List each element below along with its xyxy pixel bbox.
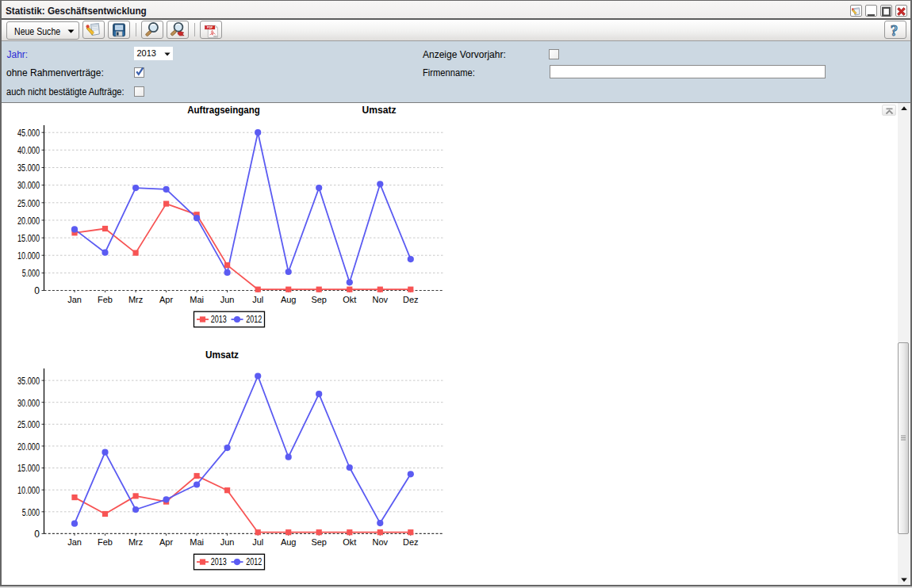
svg-text:20.000: 20.000 [17,441,40,452]
svg-text:Apr: Apr [159,537,173,547]
svg-text:15.000: 15.000 [17,463,40,474]
svg-text:Sep: Sep [311,295,327,304]
svg-text:25.000: 25.000 [17,198,40,209]
svg-text:5.000: 5.000 [22,507,40,518]
svg-text:0: 0 [34,285,40,296]
svg-text:Jun: Jun [220,295,235,304]
svg-text:Aug: Aug [281,537,297,547]
svg-text:2012: 2012 [246,556,262,567]
svg-text:0: 0 [34,529,40,540]
svg-text:Mrz: Mrz [128,295,143,304]
svg-text:Dez: Dez [403,295,419,304]
svg-text:Mai: Mai [190,295,204,304]
svg-text:Feb: Feb [98,537,113,547]
svg-text:Jan: Jan [67,537,82,547]
svg-text:Umsatz: Umsatz [205,349,239,361]
svg-text:20.000: 20.000 [17,216,40,227]
svg-text:Feb: Feb [98,295,113,304]
svg-text:2013: 2013 [211,314,227,325]
svg-text:30.000: 30.000 [17,180,40,191]
svg-text:Okt: Okt [343,295,356,304]
svg-text:PDF: PDF [207,26,213,29]
svg-text:10.000: 10.000 [17,250,40,262]
svg-text:35.000: 35.000 [17,162,40,174]
svg-text:25.000: 25.000 [17,419,40,430]
svg-text:10.000: 10.000 [17,485,40,496]
svg-text:Aug: Aug [281,295,297,304]
svg-text:Nov: Nov [373,537,389,547]
svg-text:?: ? [891,22,899,39]
svg-text:Mai: Mai [190,537,204,547]
svg-text:30.000: 30.000 [17,398,40,409]
svg-text:Auftragseingang: Auftragseingang [187,104,260,116]
svg-text:Umsatz: Umsatz [362,104,397,116]
svg-text:Jul: Jul [252,295,263,304]
svg-text:Jan: Jan [67,295,82,304]
svg-text:15.000: 15.000 [17,233,40,244]
svg-text:Sep: Sep [311,537,327,547]
svg-text:Okt: Okt [343,537,356,547]
svg-text:Jul: Jul [252,537,263,547]
svg-text:2012: 2012 [246,314,262,325]
svg-text:45.000: 45.000 [17,128,40,139]
svg-text:Nov: Nov [373,295,389,304]
svg-text:Dez: Dez [403,537,419,547]
svg-text:35.000: 35.000 [17,376,40,387]
svg-text:5.000: 5.000 [22,268,40,279]
svg-text:Mrz: Mrz [128,537,143,547]
svg-text:40.000: 40.000 [17,145,40,156]
svg-text:Apr: Apr [159,295,173,304]
svg-text:Jun: Jun [220,537,235,547]
svg-text:2013: 2013 [211,556,227,567]
